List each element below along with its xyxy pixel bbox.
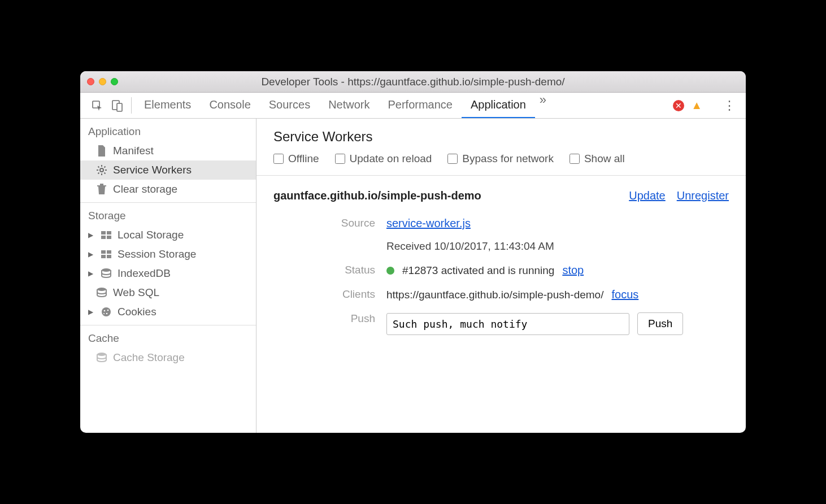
- titlebar: Developer Tools - https://gauntface.gith…: [80, 71, 746, 93]
- checkbox-label: Show all: [584, 153, 625, 165]
- sidebar-item-label: Service Workers: [113, 164, 192, 176]
- tab-sources[interactable]: Sources: [260, 93, 319, 118]
- traffic-lights: [87, 78, 118, 85]
- scope-actions: Update Unregister: [629, 189, 729, 202]
- panel-title: Service Workers: [273, 129, 729, 145]
- database-icon: [101, 268, 112, 279]
- source-file-link[interactable]: service-worker.js: [386, 217, 554, 230]
- toolbar-separator: [131, 97, 132, 114]
- row-source: Source service-worker.js Received 10/10/…: [273, 211, 729, 258]
- tab-console[interactable]: Console: [200, 93, 259, 118]
- sidebar-item-local-storage[interactable]: ▶ Local Storage: [80, 225, 256, 245]
- row-label: Push: [273, 312, 386, 325]
- tab-network[interactable]: Network: [319, 93, 379, 118]
- caret-right-icon: ▶: [88, 231, 95, 239]
- sidebar-item-cookies[interactable]: ▶ Cookies: [80, 302, 256, 321]
- svg-rect-2: [117, 103, 122, 111]
- svg-rect-10: [101, 255, 106, 258]
- sidebar-item-label: Cookies: [118, 306, 156, 318]
- grid-icon: [101, 231, 112, 239]
- caret-right-icon: ▶: [88, 270, 95, 277]
- grid-icon: [101, 250, 112, 258]
- sidebar: Application Manifest Service Workers Cle…: [80, 119, 257, 433]
- status-running-icon: [386, 267, 394, 275]
- checkbox-show-all[interactable]: Show all: [569, 153, 625, 165]
- checkbox-show-all-input[interactable]: [569, 154, 580, 164]
- svg-rect-11: [107, 255, 111, 258]
- scope-name: gauntface.github.io/simple-push-demo: [273, 189, 481, 202]
- close-window-button[interactable]: [87, 78, 94, 85]
- push-button[interactable]: Push: [637, 312, 683, 335]
- svg-rect-8: [101, 250, 106, 254]
- inspect-element-icon[interactable]: [87, 93, 107, 118]
- caret-right-icon: ▶: [88, 308, 95, 316]
- database-icon: [96, 353, 107, 363]
- client-url: https://gauntface.github.io/simple-push-…: [386, 289, 603, 301]
- sidebar-item-label: Manifest: [113, 145, 154, 157]
- push-input[interactable]: [386, 313, 629, 335]
- checkbox-update-on-reload-input[interactable]: [335, 154, 345, 164]
- svg-point-15: [104, 310, 106, 312]
- sw-options: Offline Update on reload Bypass for netw…: [273, 153, 729, 165]
- maximize-window-button[interactable]: [111, 78, 118, 85]
- svg-point-14: [102, 307, 111, 316]
- row-clients: Clients https://gauntface.github.io/simp…: [273, 283, 729, 307]
- sidebar-item-clear-storage[interactable]: Clear storage: [80, 180, 256, 199]
- svg-point-18: [103, 313, 105, 314]
- svg-rect-9: [107, 250, 111, 254]
- row-label: Source: [273, 217, 386, 229]
- svg-point-19: [97, 353, 106, 356]
- sidebar-item-label: Session Storage: [118, 248, 196, 260]
- sidebar-item-manifest[interactable]: Manifest: [80, 141, 256, 160]
- svg-point-17: [106, 313, 108, 315]
- sw-details: Source service-worker.js Received 10/10/…: [273, 206, 729, 346]
- sidebar-item-web-sql[interactable]: Web SQL: [80, 283, 256, 302]
- caret-right-icon: ▶: [88, 250, 95, 258]
- toolbar-right: ✕ ▲ ⋮: [673, 93, 739, 118]
- cookie-icon: [101, 307, 112, 317]
- tab-application[interactable]: Application: [462, 93, 535, 118]
- tab-elements[interactable]: Elements: [135, 93, 200, 118]
- sidebar-item-service-workers[interactable]: Service Workers: [80, 160, 256, 180]
- trash-icon: [96, 184, 107, 195]
- tab-performance[interactable]: Performance: [379, 93, 462, 118]
- status-text: #12873 activated and is running: [402, 264, 554, 277]
- checkbox-label: Offline: [288, 153, 319, 165]
- settings-menu-icon[interactable]: ⋮: [723, 98, 736, 113]
- svg-point-16: [107, 310, 109, 311]
- checkbox-update-on-reload[interactable]: Update on reload: [335, 153, 432, 165]
- checkbox-bypass-input[interactable]: [447, 154, 458, 164]
- sidebar-section-cache: Cache: [80, 325, 256, 348]
- sidebar-item-indexeddb[interactable]: ▶ IndexedDB: [80, 264, 256, 283]
- row-label: Status: [273, 264, 386, 276]
- checkbox-bypass-for-network[interactable]: Bypass for network: [447, 153, 554, 165]
- error-badge-icon[interactable]: ✕: [673, 100, 684, 111]
- svg-rect-7: [107, 236, 111, 239]
- svg-rect-4: [101, 231, 106, 234]
- unregister-link[interactable]: Unregister: [677, 189, 729, 202]
- sidebar-item-label: IndexedDB: [118, 267, 171, 280]
- main-panel: Service Workers Offline Update on reload…: [257, 119, 746, 433]
- sidebar-section-application: Application: [80, 119, 256, 141]
- device-toolbar-icon[interactable]: [107, 93, 128, 118]
- devtools-window: Developer Tools - https://gauntface.gith…: [80, 71, 746, 433]
- row-status: Status #12873 activated and is running s…: [273, 258, 729, 283]
- update-link[interactable]: Update: [629, 189, 666, 202]
- focus-link[interactable]: focus: [611, 288, 638, 301]
- sidebar-item-cache-storage[interactable]: Cache Storage: [80, 348, 256, 367]
- checkbox-label: Update on reload: [350, 153, 432, 165]
- sidebar-item-session-storage[interactable]: ▶ Session Storage: [80, 245, 256, 264]
- stop-link[interactable]: stop: [562, 264, 584, 277]
- checkbox-offline[interactable]: Offline: [273, 153, 319, 165]
- svg-rect-5: [107, 231, 111, 234]
- tabs: Elements Console Sources Network Perform…: [135, 93, 673, 118]
- body: Application Manifest Service Workers Cle…: [80, 119, 746, 433]
- minimize-window-button[interactable]: [99, 78, 106, 85]
- row-label: Clients: [273, 288, 386, 301]
- more-tabs-button[interactable]: »: [535, 93, 551, 118]
- checkbox-offline-input[interactable]: [273, 154, 284, 164]
- sidebar-item-label: Web SQL: [113, 286, 159, 299]
- svg-point-3: [100, 168, 103, 172]
- warning-badge-icon[interactable]: ▲: [691, 99, 702, 112]
- toolbar: Elements Console Sources Network Perform…: [80, 93, 746, 119]
